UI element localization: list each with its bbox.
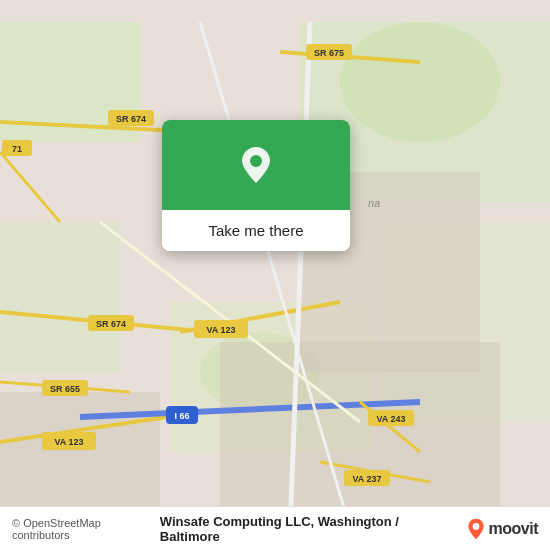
svg-text:VA 243: VA 243: [376, 414, 405, 424]
svg-point-46: [472, 523, 479, 530]
svg-text:SR 675: SR 675: [314, 48, 344, 58]
map-container: SR 674 SR 675 71 SR 674 SR 655 VA 123 VA…: [0, 0, 550, 550]
copyright-text: © OpenStreetMap contributors: [12, 517, 160, 541]
svg-text:VA 237: VA 237: [352, 474, 381, 484]
svg-text:SR 674: SR 674: [116, 114, 146, 124]
company-name: Winsafe Computing LLC, Washington / Balt…: [160, 514, 459, 544]
svg-rect-9: [220, 342, 500, 522]
map-background: SR 674 SR 675 71 SR 674 SR 655 VA 123 VA…: [0, 0, 550, 550]
location-pin-icon: [234, 143, 278, 187]
svg-text:71: 71: [12, 144, 22, 154]
moovit-text: moovit: [489, 520, 538, 538]
svg-text:SR 655: SR 655: [50, 384, 80, 394]
svg-text:VA 123: VA 123: [206, 325, 235, 335]
moovit-logo: moovit: [465, 518, 538, 540]
take-me-there-button[interactable]: Take me there: [162, 210, 350, 251]
svg-point-3: [340, 22, 500, 142]
bottom-bar: © OpenStreetMap contributors Winsafe Com…: [0, 506, 550, 550]
bottom-right: Winsafe Computing LLC, Washington / Balt…: [160, 514, 538, 544]
moovit-pin-icon: [465, 518, 487, 540]
popup-green-header: [162, 120, 350, 210]
svg-text:na: na: [368, 197, 380, 209]
bottom-left: © OpenStreetMap contributors: [12, 517, 160, 541]
svg-text:I 66: I 66: [174, 411, 189, 421]
svg-text:SR 674: SR 674: [96, 319, 126, 329]
svg-point-45: [250, 155, 262, 167]
popup-card: Take me there: [162, 120, 350, 251]
svg-text:VA 123: VA 123: [54, 437, 83, 447]
svg-rect-4: [0, 222, 120, 372]
